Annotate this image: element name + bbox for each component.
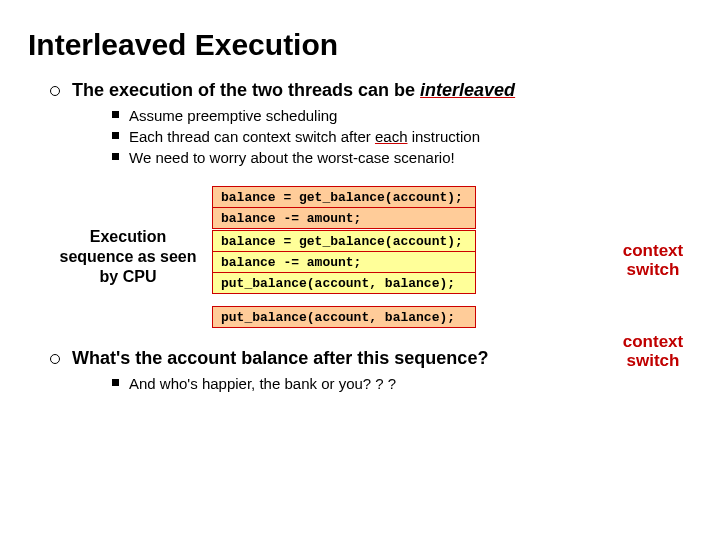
- bullet-1: The execution of the two threads can be …: [50, 80, 700, 101]
- circle-bullet-icon: [50, 86, 60, 96]
- execution-label: Execution sequence as seen by CPU: [58, 227, 198, 287]
- diagram: Execution sequence as seen by CPU balanc…: [58, 186, 700, 328]
- code-line: balance -= amount;: [213, 207, 475, 228]
- code-line: balance -= amount;: [213, 251, 475, 272]
- code-group-3: put_balance(account, balance);: [212, 306, 476, 328]
- circle-bullet-icon: [50, 354, 60, 364]
- sub-bullet-2-pre: Each thread can context switch after: [129, 128, 375, 145]
- sub-bullet-list-1: Assume preemptive scheduling Each thread…: [112, 105, 700, 168]
- bullet-1-prefix: The execution of the two threads can be: [72, 80, 420, 100]
- sub-bullet-2-u: each: [375, 128, 408, 145]
- code-group-2: balance = get_balance(account); balance …: [212, 230, 476, 294]
- square-bullet-icon: [112, 153, 119, 160]
- sub-bullet-3: We need to worry about the worst-case sc…: [112, 147, 700, 168]
- bullet-1-text: The execution of the two threads can be …: [72, 80, 515, 101]
- sub-bullet-text: And who's happier, the bank or you? ? ?: [129, 373, 396, 394]
- sub-bullet-text: Each thread can context switch after eac…: [129, 126, 480, 147]
- code-line: balance = get_balance(account);: [213, 187, 475, 207]
- bullet-list: The execution of the two threads can be …: [50, 80, 700, 168]
- page-title: Interleaved Execution: [28, 28, 700, 62]
- bullet-2: What's the account balance after this se…: [50, 348, 700, 369]
- square-bullet-icon: [112, 111, 119, 118]
- sub-bullet-1: Assume preemptive scheduling: [112, 105, 700, 126]
- context-switch-2: context switch: [608, 333, 698, 370]
- bullet-1-emph: interleaved: [420, 80, 515, 100]
- code-gap: [212, 295, 476, 305]
- code-group-1: balance = get_balance(account); balance …: [212, 186, 476, 229]
- square-bullet-icon: [112, 132, 119, 139]
- context-switch-labels: context switch context switch: [608, 242, 698, 425]
- code-column: balance = get_balance(account); balance …: [212, 186, 476, 328]
- sub-bullet-2-post: instruction: [408, 128, 481, 145]
- sub-bullet-text: Assume preemptive scheduling: [129, 105, 337, 126]
- square-bullet-icon: [112, 379, 119, 386]
- sub-bullet-text: We need to worry about the worst-case sc…: [129, 147, 455, 168]
- bullet-list-2: What's the account balance after this se…: [50, 348, 700, 394]
- sub-bullet-2: Each thread can context switch after eac…: [112, 126, 700, 147]
- context-switch-1: context switch: [608, 242, 698, 279]
- code-line: put_balance(account, balance);: [213, 307, 475, 327]
- bullet-2-text: What's the account balance after this se…: [72, 348, 488, 369]
- code-line: balance = get_balance(account);: [213, 231, 475, 251]
- code-line: put_balance(account, balance);: [213, 272, 475, 293]
